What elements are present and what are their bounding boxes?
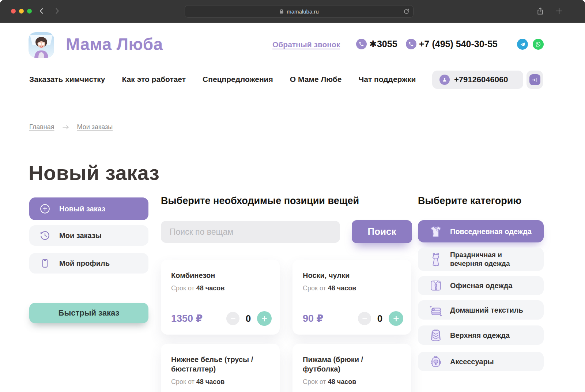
nav-about[interactable]: О Маме Любе — [290, 75, 342, 84]
sidebar-item-label: Новый заказ — [59, 205, 105, 213]
product-term-prefix: Срок от — [171, 284, 195, 292]
decrease-button[interactable] — [358, 312, 371, 325]
plus-icon — [393, 316, 399, 322]
main-navigation: Заказать химчистку Как это работает Спец… — [29, 75, 416, 84]
reload-icon — [403, 8, 410, 15]
brand-title[interactable]: Мама Люба — [66, 34, 163, 54]
product-name: Носки, чулки — [303, 271, 401, 280]
lock-icon — [279, 9, 284, 14]
shirt-tie-icon — [427, 277, 444, 294]
sidebar-item-label: Мои заказы — [59, 231, 102, 240]
mama-luba-avatar — [29, 32, 54, 58]
browser-window: mamaluba.ru — [0, 0, 585, 392]
category-office-clothes[interactable]: Офисная одежда — [418, 276, 544, 295]
breadcrumb: Главная Мои заказы — [29, 123, 113, 131]
url-text: mamaluba.ru — [287, 8, 319, 15]
browser-chrome: mamaluba.ru — [0, 0, 585, 23]
product-name: Комбинезон — [171, 271, 269, 280]
decrease-button[interactable] — [226, 312, 239, 325]
product-card: Нижнее белье (трусы / бюстгалтер) Срок о… — [161, 344, 280, 392]
product-card: Носки, чулки Срок от48 часов 90 ₽ 0 — [292, 260, 411, 335]
nav-special-offers[interactable]: Спецпредложения — [203, 75, 273, 84]
quantity-stepper: 0 — [226, 311, 272, 326]
user-icon — [439, 75, 450, 85]
back-button[interactable] — [37, 6, 47, 16]
site-logo[interactable] — [29, 32, 54, 58]
share-button[interactable] — [535, 6, 545, 16]
dress-icon — [427, 251, 444, 268]
plus-icon — [555, 7, 563, 15]
category-everyday-clothes[interactable]: Повседневная одежда — [418, 220, 544, 242]
short-phone[interactable]: ✱3055 — [356, 39, 397, 49]
reload-button[interactable] — [403, 8, 410, 16]
new-tab-button[interactable] — [554, 6, 564, 16]
breadcrumb-current[interactable]: Мои заказы — [77, 123, 113, 131]
categories-section-title: Выберите категорию — [418, 195, 521, 207]
traffic-lights — [11, 9, 32, 14]
user-phone-number: +79126046060 — [454, 75, 508, 84]
sidebar-item-my-profile[interactable]: Мой профиль — [29, 253, 148, 274]
callback-link[interactable]: Обратный звонок — [272, 40, 340, 49]
category-festive-evening-clothes[interactable]: Праздничная и вечерняя одежда — [418, 248, 544, 271]
category-home-textile[interactable]: Домашний текстиль — [418, 300, 544, 320]
search-button[interactable]: Поиск — [352, 220, 412, 243]
arrow-right-icon — [63, 125, 69, 129]
short-phone-number: ✱3055 — [369, 39, 397, 49]
whatsapp-button[interactable] — [533, 39, 544, 50]
forward-button[interactable] — [52, 6, 62, 16]
product-price: 90 ₽ — [303, 313, 323, 324]
address-bar[interactable]: mamaluba.ru — [185, 5, 414, 18]
nav-support-chat[interactable]: Чат поддержки — [358, 75, 416, 84]
quick-order-button[interactable]: Быстрый заказ — [29, 303, 148, 323]
user-account-chip[interactable]: +79126046060 — [432, 71, 523, 89]
smartphone-icon — [39, 257, 51, 270]
product-card: Комбинезон Срок от48 часов 1350 ₽ 0 — [161, 260, 280, 335]
product-term-value: 48 часов — [328, 378, 356, 385]
whatsapp-icon — [535, 41, 541, 48]
history-icon — [39, 229, 51, 242]
breadcrumb-home[interactable]: Главная — [29, 123, 54, 131]
product-term-value: 48 часов — [196, 378, 225, 385]
main-phone-number: +7 (495) 540-30-55 — [419, 39, 498, 49]
chevron-left-icon — [38, 7, 46, 15]
increase-button[interactable] — [257, 311, 272, 326]
sidebar-item-label: Мой профиль — [59, 259, 110, 268]
sidebar-item-my-orders[interactable]: Мои заказы — [29, 225, 148, 246]
sidebar-item-new-order[interactable]: Новый заказ — [29, 197, 148, 220]
main-phone[interactable]: +7 (495) 540-30-55 — [406, 39, 498, 49]
close-window-button[interactable] — [11, 9, 16, 14]
nav-order-cleaning[interactable]: Заказать химчистку — [29, 75, 105, 84]
logout-button[interactable] — [526, 71, 543, 89]
jacket-icon — [427, 327, 444, 344]
quantity-stepper: 0 — [358, 311, 403, 326]
product-card: Пижама (брюки / футболка) Срок от48 часо… — [292, 344, 411, 392]
backpack-icon — [427, 353, 444, 370]
category-outerwear[interactable]: Верхняя одежда — [418, 325, 544, 345]
phone-icon — [356, 39, 367, 49]
nav-how-it-works[interactable]: Как это работает — [122, 75, 186, 84]
zoom-window-button[interactable] — [27, 9, 32, 14]
minimize-window-button[interactable] — [19, 9, 24, 14]
product-term-value: 48 часов — [196, 284, 225, 292]
quantity-value: 0 — [377, 313, 383, 324]
page-content: Мама Люба Обратный звонок ✱3055 +7 (495)… — [0, 23, 585, 392]
minus-icon — [230, 316, 236, 321]
plus-circle-icon — [39, 203, 51, 215]
plus-icon — [261, 316, 268, 322]
product-price: 1350 ₽ — [171, 313, 203, 324]
search-input[interactable] — [161, 221, 340, 243]
product-name: Нижнее белье (трусы / бюстгалтер) — [171, 355, 269, 374]
page-title: Новый заказ — [29, 161, 159, 185]
share-icon — [536, 7, 544, 15]
polo-shirt-icon — [427, 223, 444, 240]
category-accessories[interactable]: Аксессуары — [418, 352, 544, 371]
items-section-title: Выберите необходимые позиции вещей — [161, 195, 359, 207]
logout-icon — [529, 74, 540, 85]
telegram-button[interactable] — [517, 39, 528, 50]
chevron-right-icon — [53, 7, 61, 15]
product-term-prefix: Срок от — [171, 378, 195, 385]
increase-button[interactable] — [389, 311, 403, 326]
product-name: Пижама (брюки / футболка) — [303, 355, 401, 374]
product-term-prefix: Срок от — [303, 284, 326, 292]
minus-icon — [362, 316, 367, 321]
